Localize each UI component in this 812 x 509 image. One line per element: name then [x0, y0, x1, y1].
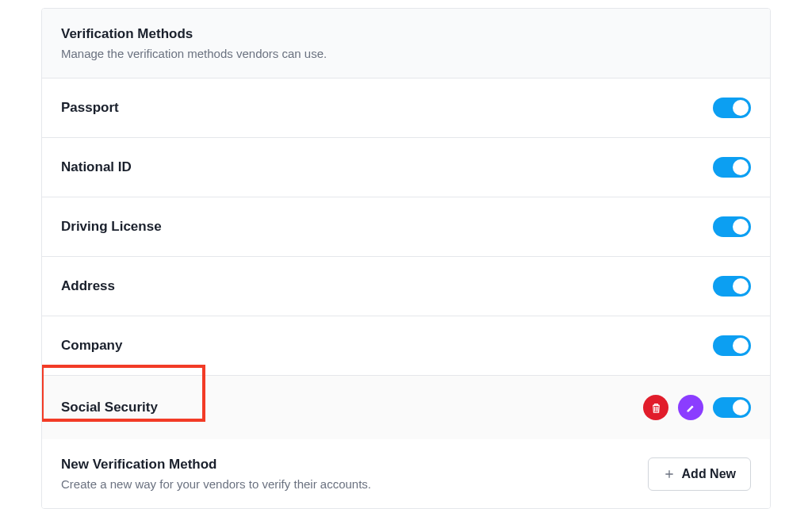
toggle-national-id[interactable]	[713, 157, 751, 178]
method-name: Passport	[61, 100, 119, 116]
footer-title: New Verification Method	[61, 457, 371, 473]
method-name: Driving License	[61, 219, 162, 235]
method-row-wrapper-social-security: Social Security	[42, 376, 770, 439]
panel-subtitle: Manage the verification methods vendors …	[61, 47, 751, 60]
row-actions	[713, 335, 751, 356]
footer-subtitle: Create a new way for your vendors to ver…	[61, 477, 371, 491]
add-new-button[interactable]: Add New	[648, 457, 751, 491]
row-actions	[713, 98, 751, 118]
footer-text: New Verification Method Create a new way…	[61, 457, 371, 491]
panel-title: Verification Methods	[61, 26, 751, 42]
method-row-driving-license: Driving License	[42, 197, 770, 257]
toggle-social-security[interactable]	[713, 397, 751, 418]
add-new-label: Add New	[682, 467, 736, 481]
method-name: Address	[61, 278, 115, 294]
method-row-national-id: National ID	[42, 138, 770, 197]
toggle-passport[interactable]	[713, 98, 751, 118]
edit-button[interactable]	[678, 395, 703, 420]
row-actions	[713, 216, 751, 237]
row-actions	[643, 395, 751, 420]
method-name: National ID	[61, 159, 132, 175]
method-row-social-security: Social Security	[42, 376, 770, 439]
row-actions	[713, 276, 751, 297]
row-actions	[713, 157, 751, 178]
method-row-passport: Passport	[42, 78, 770, 138]
method-row-address: Address	[42, 257, 770, 316]
toggle-driving-license[interactable]	[713, 216, 751, 237]
footer-row: New Verification Method Create a new way…	[42, 439, 770, 508]
panel-header: Verification Methods Manage the verifica…	[42, 9, 770, 78]
verification-methods-panel: Verification Methods Manage the verifica…	[41, 8, 771, 509]
delete-button[interactable]	[643, 395, 668, 420]
method-row-company: Company	[42, 316, 770, 376]
toggle-company[interactable]	[713, 335, 751, 356]
plus-icon	[663, 468, 676, 480]
method-name: Company	[61, 338, 122, 354]
toggle-address[interactable]	[713, 276, 751, 297]
trash-icon	[650, 402, 662, 414]
method-name: Social Security	[61, 400, 158, 415]
pencil-icon	[685, 402, 697, 414]
